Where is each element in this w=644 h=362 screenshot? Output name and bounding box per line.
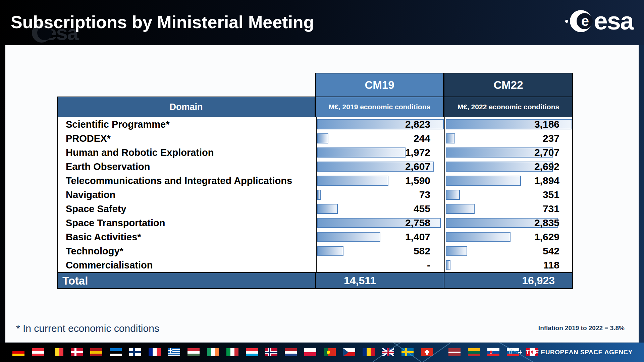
cm22-value-cell: 237 xyxy=(444,131,574,145)
domain-label: Space Safety xyxy=(58,202,316,216)
value-bar xyxy=(317,147,406,158)
cm22-value-cell: 1,894 xyxy=(444,174,574,188)
domain-label: Telecommunications and Integrated Applic… xyxy=(58,174,316,188)
flag-lithuania xyxy=(468,348,480,356)
flag-portugal xyxy=(324,348,336,356)
agency-text: THE EUROPEAN SPACE AGENCY xyxy=(526,349,633,356)
value-bar xyxy=(317,204,338,214)
cm22-value-cell: 3,186 xyxy=(444,117,574,131)
value-text: 1,972 xyxy=(405,145,430,160)
total-row: Total 14,511 16,923 xyxy=(57,272,573,289)
flag-germany xyxy=(12,348,24,356)
cm22-value-cell: 2,835 xyxy=(444,216,574,230)
value-bar xyxy=(446,232,511,242)
table-row: Scientific Programme*2,8233,186 xyxy=(58,117,572,131)
cm19-value-cell: 455 xyxy=(316,202,444,216)
value-bar xyxy=(446,204,475,214)
table-row: Earth Observation2,6072,692 xyxy=(58,160,572,174)
value-bar xyxy=(446,260,450,270)
footnote: * In current economic conditions xyxy=(16,323,159,334)
flag-czechia xyxy=(343,348,355,356)
total-label: Total xyxy=(62,273,88,288)
value-bar xyxy=(446,176,521,186)
flag-ireland xyxy=(207,348,219,356)
value-text: 2,758 xyxy=(405,216,430,230)
flag-poland xyxy=(304,348,316,356)
esa-crescent-icon: e xyxy=(567,10,589,32)
value-text: 2,707 xyxy=(534,145,559,160)
slide-root: esa Subscriptions by Ministerial Meeting… xyxy=(0,0,644,362)
value-text: 3,186 xyxy=(534,117,559,131)
value-text: 2,692 xyxy=(534,160,559,174)
table-row: Commercialisation-118 xyxy=(58,258,572,272)
cm19-value-cell: 1,590 xyxy=(316,174,444,188)
value-bar xyxy=(317,190,321,200)
cm22-value-cell: 2,692 xyxy=(444,160,574,174)
flag-france xyxy=(149,348,161,356)
value-text: 237 xyxy=(543,131,559,145)
value-text: 1,894 xyxy=(534,174,559,188)
flag-italy xyxy=(226,348,238,356)
esa-logo-text: esa xyxy=(594,10,633,32)
flag-norway xyxy=(265,348,277,356)
subscriptions-table: CM19 CM22 Domain M€, 2019 economic condi… xyxy=(57,73,573,289)
flag-belgium xyxy=(51,348,63,356)
flag-hungary xyxy=(187,348,200,356)
value-bar xyxy=(446,133,455,143)
cm19-subheader: M€, 2019 economic conditions xyxy=(315,97,444,117)
flag-group-gap xyxy=(440,348,448,356)
value-text: 244 xyxy=(414,131,430,145)
value-bar xyxy=(446,190,460,200)
cm19-value-cell: 1,972 xyxy=(316,145,444,160)
domain-label: Basic Activities* xyxy=(58,230,316,244)
domain-label: Earth Observation xyxy=(58,160,316,174)
cm19-value-cell: - xyxy=(316,258,444,272)
flag-latvia xyxy=(448,348,461,356)
cm22-subheader: M€, 2022 economic conditions xyxy=(444,97,573,117)
cm22-value-cell: 542 xyxy=(444,244,574,258)
domain-label: Human and Robotic Exploration xyxy=(58,145,316,160)
value-text: 2,607 xyxy=(405,160,430,174)
flag-netherlands xyxy=(285,348,297,356)
value-bar xyxy=(317,176,388,186)
value-bar xyxy=(317,246,343,256)
flag-denmark xyxy=(71,348,83,356)
cm19-total: 14,511 xyxy=(344,273,376,288)
value-text: 1,407 xyxy=(405,230,430,244)
flag-greece xyxy=(168,348,180,356)
cm22-total: 16,923 xyxy=(522,273,555,288)
inflation-note: Inflation 2019 to 2022 = 3.8% xyxy=(538,324,625,332)
table-row: Space Safety455731 xyxy=(58,202,572,216)
esa-logo: e esa xyxy=(567,10,633,32)
table-body: Scientific Programme*2,8233,186PRODEX*24… xyxy=(57,117,573,272)
value-text: - xyxy=(427,258,430,272)
value-text: 1,629 xyxy=(534,230,559,244)
value-text: 118 xyxy=(543,258,559,272)
value-text: 582 xyxy=(414,244,430,258)
value-bar xyxy=(446,246,467,256)
value-text: 73 xyxy=(419,188,430,202)
value-text: 2,835 xyxy=(534,216,559,230)
cm19-value-cell: 2,758 xyxy=(316,216,444,230)
value-text: 455 xyxy=(414,202,430,216)
domain-label: Commercialisation xyxy=(58,258,316,272)
domain-column-header: Domain xyxy=(57,97,315,117)
cm19-value-cell: 1,407 xyxy=(316,230,444,244)
domain-label: Space Transportation xyxy=(58,216,316,230)
cm22-value-cell: 1,629 xyxy=(444,230,574,244)
domain-label: PRODEX* xyxy=(58,131,316,145)
cm19-header: CM19 xyxy=(315,73,444,97)
value-text: 2,823 xyxy=(405,117,430,131)
cm22-value-cell: 118 xyxy=(444,258,574,272)
table-row: Navigation73351 xyxy=(58,188,572,202)
member-state-flags xyxy=(12,348,546,356)
agency-label: THE EUROPEAN SPACE AGENCY xyxy=(518,343,633,362)
table-row: Telecommunications and Integrated Applic… xyxy=(58,174,572,188)
table-row: Technology*582542 xyxy=(58,244,572,258)
flag-finland xyxy=(129,348,141,356)
flag-united-kingdom xyxy=(382,348,394,356)
cm19-value-cell: 244 xyxy=(316,131,444,145)
cm19-value-cell: 2,823 xyxy=(316,117,444,131)
value-text: 542 xyxy=(543,244,559,258)
cm22-value-cell: 351 xyxy=(444,188,574,202)
